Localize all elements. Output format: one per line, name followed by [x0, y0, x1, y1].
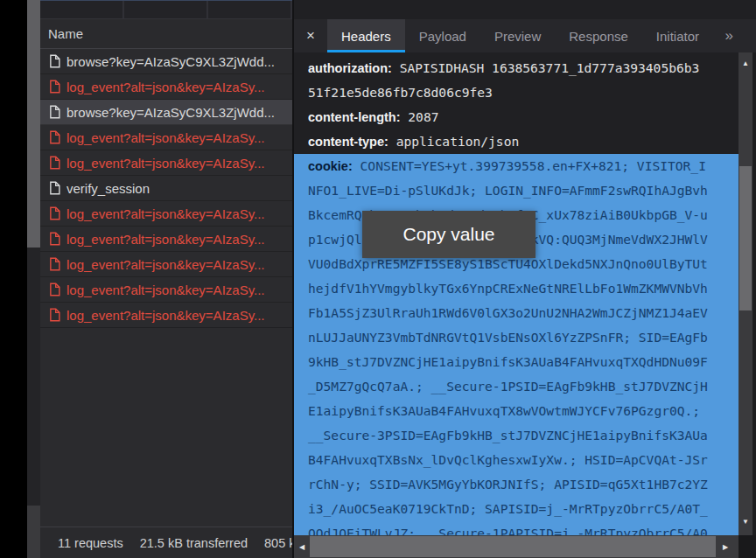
request-headers-content: authorization: SAPISIDHASH 1638563771_1d…	[294, 52, 738, 535]
file-icon	[49, 54, 60, 68]
scroll-up-icon[interactable]: ▲	[738, 56, 752, 70]
copy-value-menu-item[interactable]: Copy value	[362, 211, 536, 258]
header-value-line: NFO1_LIVE=Di-pSlUKdJk; LOGIN_INFO=AFmmF2…	[294, 178, 738, 203]
summary-resources: 805 kB	[264, 536, 292, 550]
tab-preview[interactable]: Preview	[480, 19, 555, 52]
request-name: browse?key=AIzaSyC9XL3ZjWdd...	[66, 54, 275, 69]
file-icon	[49, 232, 60, 246]
more-tabs-icon[interactable]: »	[725, 19, 733, 52]
header-value-line: Fb1A5SjZ3UlRraUh1RWd6V0lGX3o2UnU2NHA2WmJ…	[294, 301, 738, 325]
scroll-left-icon[interactable]: ◀	[294, 535, 310, 558]
file-icon	[49, 130, 60, 144]
request-row[interactable]: browse?key=AIzaSyC9XL3ZjWdd...	[40, 49, 292, 74]
request-list: browse?key=AIzaSyC9XL3ZjWdd...log_event?…	[40, 49, 292, 527]
summary-transferred: 21.5 kB transferred	[140, 536, 248, 550]
request-row[interactable]: log_event?alt=json&key=AIzaSy...	[40, 74, 292, 100]
header-value-line: _D5MZ7gQcQ7aA.; __Secure-1PSID=EAgFb9kHB…	[294, 374, 738, 399]
request-name: log_event?alt=json&key=AIzaSy...	[66, 80, 265, 94]
request-name: verify_session	[66, 181, 150, 196]
header-value-line: B4FAHvuxqTXBsNx_lDvQclKghesxwIyXw.; HSID…	[294, 448, 738, 472]
file-icon	[49, 80, 60, 94]
file-icon	[49, 105, 60, 119]
request-row[interactable]: log_event?alt=json&key=AIzaSy...	[40, 252, 292, 277]
header-name: content-type:	[308, 135, 388, 149]
file-icon	[49, 282, 60, 296]
close-icon[interactable]: ×	[294, 19, 327, 52]
request-name: log_event?alt=json&key=AIzaSy...	[66, 308, 265, 323]
file-icon	[49, 181, 60, 195]
request-row[interactable]: log_event?alt=json&key=AIzaSy...	[40, 150, 292, 176]
request-row[interactable]: log_event?alt=json&key=AIzaSy...	[40, 277, 292, 303]
vertical-scrollbar-thumb[interactable]	[739, 166, 752, 310]
column-header-name[interactable]: Name	[40, 19, 292, 49]
header-entry: authorization: SAPISIDHASH 1638563771_1d…	[294, 56, 738, 80]
file-icon	[49, 206, 60, 220]
header-value-line: rChN-y; SSID=AVK5MGyYbKORJNIfS; APISID=q…	[294, 472, 738, 497]
header-entry: content-type: application/json	[294, 129, 738, 154]
header-value-line: i3_/AuOC5eaK0719CkTnD; SAPISID=j_-MrRTpy…	[294, 497, 738, 521]
details-tabs: HeadersPayloadPreviewResponseInitiator	[327, 19, 713, 52]
request-name: log_event?alt=json&key=AIzaSy...	[66, 156, 265, 171]
header-value-line: hejdfV1hYVmgyblkyTGx6YnpCRExNeGtNRElLbFo…	[294, 276, 738, 301]
request-list-pane: Name browse?key=AIzaSyC9XL3ZjWdd...log_e…	[40, 19, 292, 558]
request-name: log_event?alt=json&key=AIzaSy...	[66, 257, 265, 272]
network-summary-bar: 11 requests 21.5 kB transferred 805 kB	[40, 527, 292, 558]
devtools-network-panel: Name browse?key=AIzaSyC9XL3ZjWdd...log_e…	[0, 0, 756, 558]
browser-scrollbar-bottom	[27, 506, 40, 558]
header-name: content-length:	[308, 110, 401, 124]
request-row[interactable]: log_event?alt=json&key=AIzaSy...	[40, 227, 292, 252]
header-value-line: 9kHB_stJ7DVZNCjHE1aipyBnifsK3AUaB4FAHvux…	[294, 350, 738, 374]
request-name: log_event?alt=json&key=AIzaSy...	[66, 232, 265, 247]
request-name: log_event?alt=json&key=AIzaSy...	[66, 206, 265, 221]
details-horizontal-scrollbar[interactable]: ◀ ▶	[294, 535, 738, 558]
header-value-line: E1aipyBnifsK3AUaB4FAHvuxqTX8wVOwtmWJYCFv…	[294, 399, 738, 423]
file-icon	[49, 257, 60, 271]
header-name: cookie:	[308, 159, 353, 173]
request-name: browse?key=AIzaSyC9XL3ZjWdd...	[66, 105, 275, 120]
request-row[interactable]: log_event?alt=json&key=AIzaSy...	[40, 303, 292, 328]
tab-payload[interactable]: Payload	[405, 19, 480, 52]
page-background	[0, 0, 27, 558]
request-name: log_event?alt=json&key=AIzaSy...	[66, 282, 265, 297]
header-entry: content-length: 2087	[294, 105, 738, 129]
file-icon	[49, 156, 60, 170]
request-name: log_event?alt=json&key=AIzaSy...	[66, 130, 265, 145]
header-value-line: QOdJQEiTWLvJZ; __Secure-1PAPISID=j_-MrRT…	[294, 521, 738, 535]
tab-response[interactable]: Response	[555, 19, 642, 52]
request-details-pane: × HeadersPayloadPreviewResponseInitiator…	[294, 0, 756, 558]
summary-request-count: 11 requests	[58, 536, 123, 550]
browser-scrollbar[interactable]	[27, 0, 40, 558]
request-row[interactable]: log_event?alt=json&key=AIzaSy...	[40, 201, 292, 227]
details-vertical-scrollbar[interactable]: ▲ ▼	[738, 52, 752, 535]
tab-headers[interactable]: Headers	[327, 19, 405, 52]
scrollbar-corner	[738, 535, 756, 558]
horizontal-scrollbar-thumb[interactable]	[310, 536, 716, 557]
request-row[interactable]: browse?key=AIzaSyC9XL3ZjWdd...	[40, 100, 292, 125]
browser-scrollbar-thumb[interactable]	[27, 0, 40, 248]
tab-initiator[interactable]: Initiator	[642, 19, 713, 52]
header-value-line: nLUJJaUNYZ3VmbTdNRGVtQ1VsbENsOXl6YzZPSnF…	[294, 325, 738, 350]
request-row[interactable]: verify_session	[40, 176, 292, 201]
panel-right-edge	[752, 52, 756, 558]
scroll-down-icon[interactable]: ▼	[738, 514, 752, 528]
details-tab-bar: × HeadersPayloadPreviewResponseInitiator…	[294, 19, 756, 52]
scroll-right-icon[interactable]: ▶	[718, 535, 733, 558]
header-value-line: __Secure-3PSID=EAgFb9kHB_stJ7DVZNCjHE1ai…	[294, 423, 738, 448]
header-name: authorization:	[308, 61, 392, 75]
header-entry: cookie: CONSENT=YES+yt.399739558.en+FX+8…	[294, 154, 738, 178]
file-icon	[49, 308, 60, 322]
request-row[interactable]: log_event?alt=json&key=AIzaSy...	[40, 125, 292, 150]
header-value-line: 51f21e5de86fb7c8d06c9fe3	[294, 80, 738, 105]
